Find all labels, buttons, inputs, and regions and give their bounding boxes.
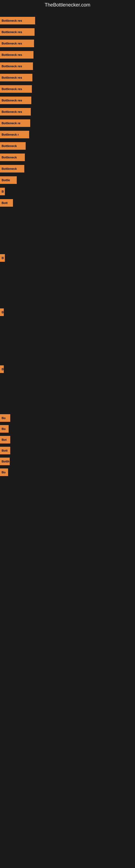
bar-item: Bo	[0, 468, 8, 476]
bar-item: Bottleneck	[0, 165, 24, 173]
bar-item: Bottleneck	[0, 154, 25, 161]
bar-label: Bottleneck	[0, 142, 26, 150]
bar-label: Bo	[0, 414, 10, 422]
bar-label: Bottleneck res	[0, 74, 32, 82]
bar-item: B	[0, 254, 5, 262]
bar-item: Bott	[0, 199, 13, 207]
bar-item: B	[0, 188, 5, 195]
bar-label: B	[0, 308, 4, 316]
bar-label: Bott	[0, 447, 10, 454]
bar-label: Bottleneck res	[0, 28, 35, 36]
bar-label: Bo	[0, 425, 9, 433]
bar-item: Bottleneck res	[0, 17, 35, 24]
bar-label: Bottleneck	[0, 154, 25, 161]
bar-item: Bo	[0, 425, 9, 433]
bar-item: Bottle	[0, 176, 17, 184]
bar-item: Bottleneck r	[0, 131, 29, 138]
bar-item: Bot	[0, 436, 10, 443]
bar-label: Bottle	[0, 176, 17, 184]
bar-item: Bottleneck res	[0, 40, 34, 47]
bar-label: Botth	[0, 458, 10, 465]
bar-item: Bott	[0, 447, 10, 454]
bar-label: B	[0, 254, 5, 262]
bar-label: Bottleneck res	[0, 85, 32, 93]
bar-item: Bottleneck res	[0, 74, 32, 82]
bar-label: Bottleneck res	[0, 97, 31, 104]
bar-label: Bottleneck res	[0, 17, 35, 24]
bar-label: Bottleneck res	[0, 51, 34, 59]
bar-item: Bottleneck re	[0, 119, 30, 127]
bar-label: Bottleneck re	[0, 119, 30, 127]
bar-label: Bo	[0, 468, 8, 476]
bar-item: Bottleneck res	[0, 62, 33, 70]
bar-label: Bott	[0, 199, 13, 207]
bar-item: Bottleneck res	[0, 28, 35, 36]
site-title: TheBottlenecker.com	[0, 0, 135, 10]
bar-item: Bo	[0, 414, 10, 422]
bar-item: Bottleneck res	[0, 85, 32, 93]
bar-label: Bottleneck r	[0, 131, 29, 138]
bar-label: Bot	[0, 436, 10, 443]
bar-item: Bottleneck	[0, 142, 26, 150]
bar-item: Botth	[0, 458, 10, 465]
bar-item: Bottleneck res	[0, 97, 31, 104]
bar-label: B	[0, 365, 4, 373]
bar-label: B	[0, 188, 5, 195]
bar-label: Bottleneck res	[0, 40, 34, 47]
bar-label: Bottleneck	[0, 165, 24, 173]
bar-item: B	[0, 365, 4, 373]
bar-item: B	[0, 308, 4, 316]
bar-item: Bottleneck res	[0, 51, 34, 59]
bar-label: Bottleneck res	[0, 108, 31, 116]
bar-item: Bottleneck res	[0, 108, 31, 116]
bar-label: Bottleneck res	[0, 62, 33, 70]
